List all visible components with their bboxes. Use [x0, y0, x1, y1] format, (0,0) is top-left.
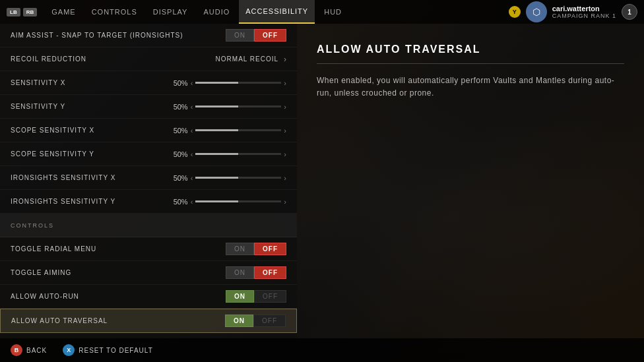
slider-right-arrow-3[interactable]: ›: [284, 150, 286, 158]
user-avatar: ⬡: [526, 1, 547, 22]
slider-track-3: [195, 153, 281, 155]
user-name: cari.watterton: [552, 5, 616, 13]
back-action[interactable]: B BACK: [11, 344, 47, 356]
nav-left: LB RB GAME CONTROLS DISPLAY AUDIO ACCESS…: [7, 0, 509, 24]
aim-assist-on-btn[interactable]: ON: [226, 29, 254, 42]
sensitivity-rows: SENSITIVITY X 50% ‹ › SENSITIVITY Y 50% …: [0, 71, 297, 214]
sensitivity-row-0: SENSITIVITY X 50% ‹ ›: [0, 71, 297, 95]
sensitivity-slider-5[interactable]: 50% ‹ ›: [168, 198, 286, 206]
user-rank: CAMPAIGN RANK 1: [552, 13, 616, 19]
user-section: Y ⬡ cari.watterton CAMPAIGN RANK 1 1: [509, 1, 637, 22]
nav-item-audio[interactable]: AUDIO: [197, 0, 236, 24]
control-off-btn-0[interactable]: OFF: [254, 243, 286, 255]
sensitivity-slider-4[interactable]: 50% ‹ ›: [168, 174, 286, 182]
sensitivity-label-3: SCOPE SENSITIVITY Y: [11, 150, 168, 158]
control-toggle-2[interactable]: ON OFF: [226, 290, 286, 303]
slider-left-arrow-5[interactable]: ‹: [191, 198, 193, 206]
controls-section-header: CONTROLS: [0, 214, 297, 237]
slider-track-0: [195, 82, 281, 84]
slider-left-arrow-4[interactable]: ‹: [191, 174, 193, 182]
control-on-btn-2[interactable]: ON: [226, 290, 254, 303]
sensitivity-slider-2[interactable]: 50% ‹ ›: [168, 127, 286, 135]
control-label-2: ALLOW AUTO-RUN: [11, 293, 226, 300]
nav-item-accessibility[interactable]: ACCESSIBILITY: [239, 0, 315, 24]
b-button[interactable]: B: [11, 344, 22, 356]
control-toggle-0[interactable]: ON OFF: [226, 243, 286, 255]
right-panel: ALLOW AUTO TRAVERSAL When enabled, you w…: [297, 24, 644, 338]
sensitivity-label-5: IRONSIGHTS SENSITIVITY Y: [11, 198, 168, 205]
nav-item-controls[interactable]: CONTROLS: [85, 0, 144, 24]
slider-fill-5: [195, 200, 238, 202]
aim-assist-label: AIM ASSIST - SNAP TO TARGET (IRONSIGHTS): [11, 32, 226, 39]
control-on-btn-3[interactable]: ON: [225, 315, 253, 327]
sensitivity-value-4: 50%: [168, 174, 188, 182]
slider-left-arrow-1[interactable]: ‹: [191, 103, 193, 111]
detail-title: ALLOW AUTO TRAVERSAL: [317, 44, 624, 55]
control-row-1[interactable]: TOGGLE AIMING ON OFF: [0, 261, 297, 285]
nav-lb-rb: LB RB: [7, 8, 37, 16]
control-label-3: ALLOW AUTO TRAVERSAL: [11, 317, 225, 324]
sensitivity-label-1: SENSITIVITY Y: [11, 103, 168, 110]
slider-right-arrow-2[interactable]: ›: [284, 127, 286, 135]
nav-item-display[interactable]: DISPLAY: [146, 0, 195, 24]
slider-track-5: [195, 200, 281, 202]
detail-description: When enabled, you will automatically per…: [317, 75, 624, 100]
controls-section-label: CONTROLS: [11, 222, 54, 229]
rb-button[interactable]: RB: [23, 8, 38, 16]
recoil-label: RECOIL REDUCTION: [11, 55, 216, 63]
slider-left-arrow-3[interactable]: ‹: [191, 150, 193, 158]
slider-left-arrow-2[interactable]: ‹: [191, 127, 193, 135]
slider-track-1: [195, 106, 281, 107]
control-toggle-1[interactable]: ON OFF: [226, 266, 286, 279]
sensitivity-row-1: SENSITIVITY Y 50% ‹ ›: [0, 95, 297, 119]
controls-rows: TOGGLE RADIAL MENU ON OFF TOGGLE AIMING …: [0, 237, 297, 333]
y-button[interactable]: Y: [509, 6, 521, 18]
nav-right: Y ⬡ cari.watterton CAMPAIGN RANK 1 1: [509, 1, 637, 22]
nav-item-hud[interactable]: HUD: [317, 0, 348, 24]
slider-right-arrow-0[interactable]: ›: [284, 79, 286, 87]
bottom-bar: B BACK X RESET TO DEFAULT: [0, 338, 644, 362]
aim-assist-row: AIM ASSIST - SNAP TO TARGET (IRONSIGHTS)…: [0, 24, 297, 47]
control-off-btn-2[interactable]: OFF: [254, 290, 286, 303]
sensitivity-row-5: IRONSIGHTS SENSITIVITY Y 50% ‹ ›: [0, 190, 297, 214]
aim-assist-off-btn[interactable]: OFF: [254, 29, 286, 42]
slider-right-arrow-1[interactable]: ›: [284, 103, 286, 111]
control-label-0: TOGGLE RADIAL MENU: [11, 245, 226, 253]
nav-item-game[interactable]: GAME: [45, 0, 82, 24]
sensitivity-value-2: 50%: [168, 127, 188, 135]
sensitivity-row-4: IRONSIGHTS SENSITIVITY X 50% ‹ ›: [0, 166, 297, 190]
sensitivity-slider-1[interactable]: 50% ‹ ›: [168, 103, 286, 111]
user-info: cari.watterton CAMPAIGN RANK 1: [552, 5, 616, 19]
slider-fill-3: [195, 153, 238, 155]
slider-right-arrow-4[interactable]: ›: [284, 174, 286, 182]
control-on-btn-1[interactable]: ON: [226, 266, 254, 279]
slider-right-arrow-5[interactable]: ›: [284, 198, 286, 206]
sensitivity-slider-3[interactable]: 50% ‹ ›: [168, 150, 286, 158]
lb-button[interactable]: LB: [7, 8, 20, 16]
sensitivity-row-3: SCOPE SENSITIVITY Y 50% ‹ ›: [0, 142, 297, 166]
x-button[interactable]: X: [63, 344, 75, 356]
recoil-arrow-icon[interactable]: ›: [284, 55, 286, 64]
control-off-btn-3[interactable]: OFF: [253, 315, 286, 327]
sensitivity-value-5: 50%: [168, 198, 188, 206]
sensitivity-value-0: 50%: [168, 79, 188, 87]
control-row-0[interactable]: TOGGLE RADIAL MENU ON OFF: [0, 237, 297, 261]
slider-track-4: [195, 177, 281, 179]
control-row-3[interactable]: ALLOW AUTO TRAVERSAL ON OFF: [0, 309, 297, 333]
detail-divider: [317, 63, 624, 64]
sensitivity-label-4: IRONSIGHTS SENSITIVITY X: [11, 174, 168, 181]
control-row-2[interactable]: ALLOW AUTO-RUN ON OFF: [0, 285, 297, 309]
control-toggle-3[interactable]: ON OFF: [225, 315, 286, 327]
slider-fill-2: [195, 129, 238, 131]
control-off-btn-1[interactable]: OFF: [254, 266, 286, 279]
control-on-btn-0[interactable]: ON: [226, 243, 254, 255]
aim-assist-toggle[interactable]: ON OFF: [226, 29, 286, 42]
control-label-1: TOGGLE AIMING: [11, 269, 226, 276]
top-nav: LB RB GAME CONTROLS DISPLAY AUDIO ACCESS…: [0, 0, 644, 24]
reset-action[interactable]: X RESET TO DEFAULT: [63, 344, 153, 356]
slider-fill-4: [195, 177, 238, 179]
reset-label: RESET TO DEFAULT: [79, 347, 153, 354]
slider-left-arrow-0[interactable]: ‹: [191, 79, 193, 87]
slider-fill-1: [195, 106, 238, 107]
sensitivity-slider-0[interactable]: 50% ‹ ›: [168, 79, 286, 87]
